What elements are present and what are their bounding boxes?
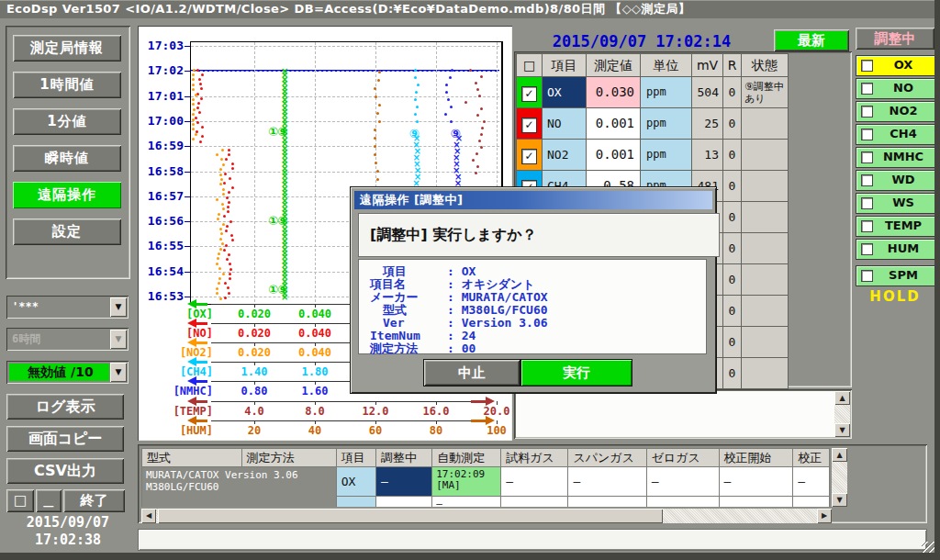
sidebar-button-1分値[interactable]: 1分値 <box>13 108 121 135</box>
table-row: ✓OX0.030ppm5040⑨調整中あり <box>517 77 789 108</box>
item-checkbox[interactable] <box>861 270 873 282</box>
data-point <box>229 277 231 280</box>
mv-cell: 13 <box>692 140 723 171</box>
invalid-value-combobox[interactable]: 無効値 /10 ▼ <box>6 361 129 384</box>
latest-button[interactable]: 最新 <box>774 29 849 51</box>
item-toggle-CH4[interactable]: CH4 <box>856 124 936 145</box>
axis-tick-label: 0.020 <box>234 347 274 359</box>
item-toggle-NMHC[interactable]: NMHC <box>856 147 936 168</box>
execute-button[interactable]: 実行 <box>521 360 632 386</box>
calibration-hscrollbar[interactable]: ◀ ▶ <box>141 509 832 523</box>
screen-copy-button[interactable]: 画面コピー <box>6 426 124 452</box>
data-point <box>219 248 222 251</box>
message-listbox[interactable]: ▲ ▼ <box>514 389 852 439</box>
item-checkbox[interactable] <box>861 60 873 72</box>
window-bottom-edge <box>0 553 940 560</box>
data-point <box>201 73 204 76</box>
scroll-up-icon[interactable]: ▲ <box>832 448 847 462</box>
time-tick-label: 16:59 <box>141 140 184 152</box>
item-checkbox[interactable] <box>861 106 873 118</box>
row-checkbox[interactable]: ✓ <box>521 118 537 133</box>
sidebar-button-1時間値[interactable]: 1時間値 <box>13 72 121 98</box>
column-header: スパンガス <box>568 449 646 467</box>
minimize-button[interactable]: ＿ <box>36 489 62 512</box>
row-checkbox[interactable]: ✓ <box>521 149 537 164</box>
period-combobox: 6時間 ▼ <box>6 328 129 351</box>
item-checkbox[interactable] <box>861 197 873 209</box>
scroll-left-icon[interactable]: ◀ <box>141 509 156 523</box>
column-header: 型式 <box>142 449 242 467</box>
sidebar-button-設定[interactable]: 設定 <box>13 218 121 245</box>
item-checkbox[interactable] <box>861 83 873 95</box>
data-point <box>377 79 380 82</box>
maximize-button[interactable]: □ <box>6 489 34 512</box>
data-point <box>231 162 234 165</box>
row-checkbox[interactable]: ✓ <box>521 86 537 102</box>
chevron-down-icon[interactable]: ▼ <box>110 297 127 317</box>
adjusting-status-button[interactable]: 調整中 <box>856 28 934 50</box>
r-cell: 0 <box>723 171 742 202</box>
auto-measure-cell: 17:02:09[MA] <box>432 467 501 497</box>
data-point <box>221 242 224 245</box>
scroll-down-icon[interactable]: ▼ <box>834 423 850 437</box>
data-point <box>375 95 377 98</box>
data-point <box>222 163 225 166</box>
sidebar-button-瞬時値[interactable]: 瞬時値 <box>13 145 121 172</box>
cancel-button[interactable]: 中止 <box>424 360 520 386</box>
column-header: 項目 <box>543 54 587 77</box>
axis-tick-label: 0.040 <box>295 347 335 359</box>
axis-tick-label: 1.60 <box>295 386 335 398</box>
data-point <box>223 215 226 218</box>
data-point <box>374 153 376 156</box>
item-toggle-NO2[interactable]: NO2 <box>856 101 936 122</box>
data-point <box>192 88 195 91</box>
item-toggle-NO[interactable]: NO <box>856 78 936 99</box>
data-point <box>480 75 483 78</box>
chevron-down-icon[interactable]: ▼ <box>110 363 127 382</box>
time-tick-mark <box>185 246 190 247</box>
data-point <box>195 94 197 96</box>
station-combobox[interactable]: '*** ▼ <box>6 296 129 319</box>
data-point <box>196 106 199 109</box>
sidebar-button-測定局情報[interactable]: 測定局情報 <box>13 35 121 62</box>
scroll-right-icon[interactable]: ▶ <box>817 509 832 523</box>
item-checkbox[interactable] <box>861 243 873 255</box>
item-checkbox[interactable] <box>861 220 873 232</box>
chevron-down-icon: ▼ <box>110 330 127 349</box>
item-checkbox[interactable] <box>861 151 873 163</box>
scroll-up-icon[interactable]: ▲ <box>834 391 850 405</box>
calibration-vscrollbar[interactable]: ▲ ▼ <box>832 448 847 507</box>
data-point <box>195 133 197 136</box>
value-axis-line <box>211 420 485 421</box>
data-point <box>414 98 417 101</box>
scroll-down-icon[interactable]: ▼ <box>832 493 847 507</box>
csv-export-button[interactable]: CSV出力 <box>6 458 124 484</box>
hscroll-thumb[interactable] <box>158 509 663 523</box>
sidebar-button-遠隔操作[interactable]: 遠隔操作 <box>13 182 121 208</box>
data-point <box>192 73 195 76</box>
item-toggle-HUM[interactable]: HUM <box>856 239 936 260</box>
item-checkbox[interactable] <box>861 129 873 140</box>
item-label: NO2 <box>875 102 932 120</box>
item-toggle-WD[interactable]: WD <box>856 170 936 191</box>
axis-tick-label: 1.80 <box>295 366 335 378</box>
axis-tick-label: 0.020 <box>234 328 274 340</box>
item-toggle-TEMP[interactable]: TEMP <box>856 216 936 237</box>
column-header: 校正 <box>793 449 830 467</box>
data-point <box>229 268 232 271</box>
log-display-button[interactable]: ログ表示 <box>6 394 124 420</box>
item-checkbox[interactable] <box>861 174 873 186</box>
item-label: CH4 <box>875 125 932 143</box>
item-toggle-WS[interactable]: WS <box>856 193 936 214</box>
data-point <box>217 218 219 220</box>
data-point <box>192 78 195 81</box>
item-toggle-OX[interactable]: OX <box>856 55 936 76</box>
time-tick-label: 16:55 <box>141 240 184 252</box>
exit-button[interactable]: 終了 <box>63 489 125 512</box>
time-tick-mark <box>185 297 190 297</box>
item-toggle-SPM[interactable]: SPM <box>856 265 936 286</box>
value-axis-line <box>211 401 485 402</box>
item-cell: OX <box>336 467 375 497</box>
listbox-scrollbar[interactable]: ▲ ▼ <box>834 391 850 437</box>
status-cell <box>742 296 789 327</box>
